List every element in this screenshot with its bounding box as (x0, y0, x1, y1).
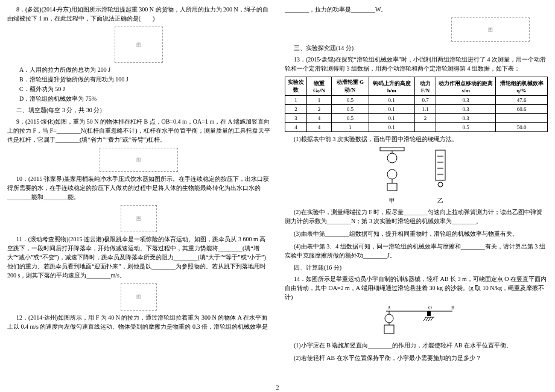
svg-point-1 (387, 153, 397, 163)
table-row: 110.50.10.70.347.6 (285, 96, 548, 105)
parachute-icon: 图 (121, 283, 157, 311)
th-pulley-weight: 动滑轮重 G动/N (332, 77, 369, 96)
q8-opt-b: B．滑轮组提升货物所做的有用功为 100 J (19, 75, 270, 84)
horizontal-pulley-icon: 图 (451, 17, 530, 42)
right-column: ________，拉力的功率是________W。 图 三、实验探究题(14 分… (278, 0, 555, 392)
diagram-jia: 甲 (374, 147, 410, 205)
svg-text:B: B (451, 305, 454, 311)
lever-icon: 图 (100, 148, 178, 172)
lever-pulley-icon: A O B (374, 305, 458, 338)
q8-opt-d: D．滑轮组的机械效率为 75% (19, 94, 270, 104)
q8-stem: 8．(多选)(2014·丹东)用如图所示滑轮组提起重 300 N 的货物，人所用… (7, 5, 270, 23)
q8-opt-c: C．额外功为 50 J (19, 84, 270, 94)
svg-point-13 (385, 314, 393, 323)
svg-line-22 (423, 317, 426, 321)
svg-line-25 (431, 317, 433, 321)
q11-stem: 11．(滚动考查照物)(2015·连云港)极限跳伞是一项惊险的体育运动。如图，跳… (7, 235, 270, 280)
diagram-yi: 乙 (422, 147, 458, 205)
water-dispenser-icon: 图 (121, 205, 157, 232)
q13-diagrams: 甲 乙 (285, 147, 548, 205)
q11-figure: 图 (7, 283, 270, 311)
q12-stem: 12．(2014·达州)如图所示，用 F 为 40 N 的拉力，通过滑轮组拉着重… (7, 313, 270, 331)
section-3-title: 三、实验探究题(14 分) (285, 44, 548, 52)
page-number: 2 (276, 384, 279, 391)
q9-figure: 图 (7, 148, 270, 172)
q8-opt-a: A．人用的拉力所做的总功为 200 J (19, 65, 270, 75)
q12-figure: 图 (285, 17, 548, 42)
svg-point-2 (387, 169, 397, 179)
q10-figure: 图 (7, 205, 270, 232)
spring-scale-yi-icon (422, 147, 458, 195)
th-efficiency: 滑轮组的机械效率 η/% (496, 77, 548, 96)
svg-rect-15 (384, 325, 394, 334)
diagram-yi-label: 乙 (422, 197, 458, 205)
table-header-row: 实验次数 物重 G₀/N 动滑轮重 G动/N 钩码上升的高度 h/m 动力 F/… (285, 77, 548, 96)
q8-choices: A．人用的拉力所做的总功为 200 J B．滑轮组提升货物所做的有用功为 100… (7, 65, 270, 104)
svg-rect-20 (427, 311, 431, 316)
th-force: 动力 F/N (414, 77, 436, 96)
svg-rect-6 (436, 150, 445, 180)
q14-sub2: (2)若使轻杆 AB 在水平位置保持平衡，小宇最小需要施加的力是多少？ (285, 353, 548, 362)
pulley-person-icon: 图 (115, 27, 163, 63)
svg-text:O: O (428, 305, 432, 311)
th-exp: 实验次数 (285, 77, 307, 96)
th-weight: 物重 G₀/N (307, 77, 332, 96)
q12-cont: ________，拉力的功率是________W。 (285, 5, 548, 14)
svg-point-11 (438, 182, 443, 187)
svg-text:A: A (387, 305, 391, 311)
pulley-group-jia-icon (374, 147, 410, 195)
q14-sub1: (1)小宇应在 B 端施加竖直向________的作用力，才能使轻杆 AB 在水… (285, 341, 548, 350)
q13-sub4: (4)由表中第 3、4 组数据可知，同一滑轮组的机械效率与摩擦和________… (285, 242, 548, 260)
svg-rect-3 (387, 183, 397, 191)
svg-line-24 (428, 317, 431, 321)
section-2-title: 二、填空题(每空 3 分，共 30 分) (7, 106, 270, 115)
q13-sub1: (1)根据表中前 3 次实验数据，画出甲图中滑轮组的绕绳方法。 (285, 134, 548, 144)
q13-stem: 13．(2015·盘锦)在探究“滑轮组机械效率”时，小强利用两组滑轮组进行了 4… (285, 55, 548, 73)
th-distance: 动力作用点移动的距离 s/m (436, 77, 496, 96)
data-table: 实验次数 物重 G₀/N 动滑轮重 G动/N 钩码上升的高度 h/m 动力 F/… (285, 77, 548, 132)
q9-stem: 9．(2015·绥化)如图，重为 50 N 的物体挂在杠杆 B 点，OB=0.4… (7, 117, 270, 144)
q13-sub2: (2)在实验中，测量绳端拉力 F 时，应尽量________匀速向上拉动弹簧测力… (285, 207, 548, 226)
diagram-jia-label: 甲 (374, 197, 410, 205)
left-column: 8．(多选)(2014·丹东)用如图所示滑轮组提起重 300 N 的货物，人所用… (0, 0, 278, 392)
th-height: 钩码上升的高度 h/m (369, 77, 414, 96)
q8-figure: 图 (7, 27, 270, 63)
q14-stem: 14．如图所示是举重运动员小宇自制的训练器械，轻杆 AB 长 3 m，可绕固定点… (285, 274, 548, 302)
section-4-title: 四、计算题(16 分) (285, 264, 548, 272)
svg-line-23 (426, 317, 428, 321)
svg-rect-0 (380, 147, 404, 151)
table-row: 4410.10.550.0 (285, 123, 548, 132)
q13-sub3: (3)由表中第________组数据可知，提升相同重物时，滑轮组的机械效率与物重… (285, 229, 548, 238)
q14-figure: A O B (285, 305, 548, 338)
table-row: 340.50.120.3 (285, 114, 548, 123)
q10-stem: 10．(2015·张家界)某家用桶装纯净水手压式饮水器如图所示。在手连续稳定的按… (7, 174, 270, 201)
table-row: 220.50.11.10.360.6 (285, 105, 548, 114)
